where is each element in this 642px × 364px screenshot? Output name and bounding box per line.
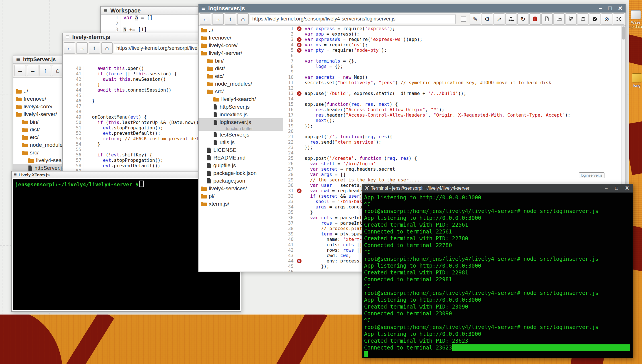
- close-icon[interactable]: X: [626, 185, 629, 191]
- forward-button[interactable]: →: [212, 13, 224, 25]
- tree-item-httpserver-js[interactable]: httpServer.js: [199, 103, 283, 111]
- scrollbar-thumb[interactable]: [622, 26, 625, 40]
- tree-item-testserver-js[interactable]: testServer.js: [199, 131, 283, 138]
- error-badge-icon[interactable]: ✕: [297, 37, 302, 42]
- tree-item-label: httpServer.js: [220, 104, 250, 110]
- line-number: 29: [283, 177, 296, 183]
- titlebar[interactable]: ≡ loginserver.js – □ ✕: [199, 4, 626, 13]
- home-button[interactable]: ⌂: [237, 13, 249, 25]
- trash-button[interactable]: [529, 13, 541, 25]
- line-number: 5: [283, 47, 296, 53]
- line-number: 40: [283, 237, 296, 242]
- url-input[interactable]: [250, 14, 456, 24]
- forward-button[interactable]: →: [76, 42, 88, 54]
- tree-item-xterm-js[interactable]: xterm.js/: [199, 200, 283, 208]
- tree-item-pi[interactable]: pi/: [199, 192, 283, 200]
- folder-icon: [16, 89, 22, 94]
- code-text: [303, 96, 305, 102]
- tree-item-package-json[interactable]: package.json: [199, 177, 283, 185]
- back-button[interactable]: ←: [15, 65, 26, 76]
- tree-item-label: bin/: [215, 58, 224, 64]
- git-branch-button[interactable]: [565, 13, 577, 25]
- folder-button[interactable]: [553, 13, 565, 25]
- menu-icon[interactable]: ≡: [14, 172, 16, 177]
- home-button[interactable]: ⌂: [52, 65, 63, 76]
- code-text: await this.connectSession(): [86, 87, 172, 93]
- tree-item-dist[interactable]: dist/: [199, 65, 283, 72]
- error-badge-icon[interactable]: ✕: [297, 259, 302, 263]
- tree-item-lively4-services[interactable]: lively4-services/: [199, 185, 283, 192]
- code-line: 8 logs = {};: [283, 64, 621, 69]
- tree-item-bin[interactable]: bin/: [199, 57, 283, 65]
- error-badge-icon[interactable]: ✕: [297, 43, 302, 47]
- back-icon: ←: [66, 44, 73, 52]
- gears-button[interactable]: ⚙: [482, 13, 493, 25]
- maximize-icon[interactable]: □: [608, 5, 612, 12]
- file-icon: [207, 155, 211, 160]
- desktop-icon[interactable]: long: [629, 73, 642, 88]
- line-number: 6: [283, 53, 296, 58]
- error-badge-icon[interactable]: ✕: [297, 91, 302, 96]
- terminal-screen[interactable]: App listening to http://0.0.0.0:3000^Cro…: [364, 193, 632, 357]
- menu-icon[interactable]: ≡: [65, 33, 69, 41]
- code-text: if (secret && user) {: [303, 193, 368, 199]
- menu-icon[interactable]: ≡: [16, 55, 20, 63]
- tree-item-label: ../: [24, 88, 28, 94]
- back-button[interactable]: ←: [200, 13, 211, 25]
- folder-icon: [22, 143, 28, 147]
- tree-subitem[interactable]: function buffer: [199, 126, 283, 131]
- code-text: });: [303, 145, 313, 150]
- tree-item-package-lock-json[interactable]: package-lock.json: [199, 169, 283, 177]
- folder-icon: [207, 66, 213, 71]
- gears-icon: ⚙: [485, 16, 490, 22]
- menu-icon[interactable]: ≡: [201, 4, 205, 12]
- home-button[interactable]: ⌂: [101, 42, 113, 54]
- brush-button[interactable]: ✎: [470, 13, 481, 25]
- tree-item-src[interactable]: src/: [199, 88, 283, 95]
- tree-item-indexfiles-js[interactable]: indexfiles.js: [199, 111, 283, 118]
- expand-button[interactable]: [613, 13, 624, 25]
- error-badge-icon[interactable]: ✕: [297, 26, 302, 31]
- cancel-button[interactable]: ⊘: [601, 13, 612, 25]
- up-button[interactable]: ↑: [40, 65, 51, 76]
- line-number: 52: [63, 131, 84, 136]
- code-text: cols: cols ||: [303, 242, 362, 247]
- up-button[interactable]: ↑: [89, 42, 100, 54]
- tree-item-label: indexfiles.js: [220, 111, 247, 118]
- tree-item-readme-md[interactable]: README.md: [199, 154, 283, 162]
- tree-item-lively4-core[interactable]: lively4-core/: [199, 42, 283, 49]
- tree-item-node-modules[interactable]: node_modules/: [199, 80, 283, 88]
- error-badge-icon[interactable]: ✕: [297, 48, 302, 53]
- tree-item-utils-js[interactable]: utils.js: [199, 138, 283, 146]
- maximize-icon[interactable]: □: [615, 185, 618, 191]
- tree-item-license[interactable]: LICENSE: [199, 146, 283, 154]
- desktop-icon[interactable]: Wase up data: [628, 10, 642, 29]
- tree-item-[interactable]: ../: [199, 26, 283, 34]
- back-button[interactable]: ←: [64, 42, 75, 54]
- tree-item-freenove[interactable]: freenove/: [199, 34, 283, 42]
- code-text: });: [303, 264, 329, 269]
- sitemap-button[interactable]: [505, 13, 517, 25]
- minimize-icon[interactable]: –: [605, 185, 608, 191]
- menu-icon[interactable]: ≡: [104, 7, 108, 15]
- forward-button[interactable]: →: [27, 65, 38, 76]
- minimize-icon[interactable]: –: [599, 5, 602, 12]
- external-link-button[interactable]: ↗: [494, 13, 505, 25]
- accept-button[interactable]: [589, 13, 600, 25]
- tree-item-lively4-search[interactable]: lively4-search/: [199, 95, 283, 103]
- code-line: 12: [283, 85, 621, 91]
- folder-icon: [201, 51, 207, 55]
- tree-item-loginserver-js[interactable]: loginserver.js: [199, 118, 283, 126]
- tree-item-gulpfile-js[interactable]: gulpfile.js: [199, 162, 283, 169]
- tree-item-lively4-server[interactable]: lively4-server/: [199, 49, 283, 57]
- new-file-button[interactable]: [541, 13, 553, 25]
- file-icon: [207, 178, 211, 183]
- tree-item-etc[interactable]: etc/: [199, 72, 283, 80]
- refresh-button[interactable]: ↻: [517, 13, 529, 25]
- checkbox[interactable]: [461, 16, 466, 22]
- close-icon[interactable]: ✕: [618, 5, 623, 12]
- titlebar[interactable]: X Terminal - jens@sensorpi: ~/lively4/li…: [362, 184, 633, 193]
- error-badge-icon[interactable]: ✕: [297, 189, 302, 193]
- up-button[interactable]: ↑: [225, 13, 236, 25]
- save-button[interactable]: [577, 13, 589, 25]
